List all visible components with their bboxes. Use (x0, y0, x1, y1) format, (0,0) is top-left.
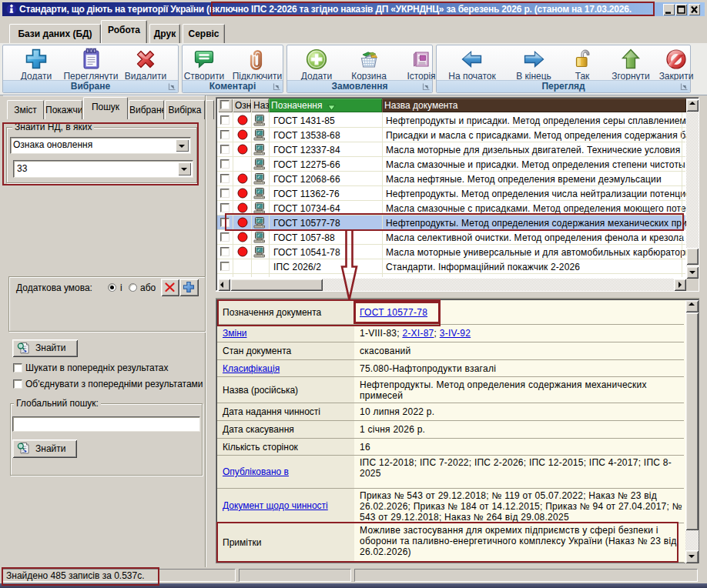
table-scroll-left-button[interactable] (218, 279, 230, 291)
table-scroll-down-button[interactable] (686, 266, 699, 279)
detail-value-link[interactable]: ГОСТ 10577-78 (360, 307, 427, 318)
launcher-icon[interactable] (680, 82, 689, 91)
row-checkbox[interactable] (220, 247, 230, 256)
detail-label-link[interactable]: Класифікація (223, 363, 280, 374)
sidebar-tab-pokazhchyk[interactable]: Покажчик (45, 100, 82, 119)
ribbon-button-переглянути-1[interactable]: Переглянути (55, 47, 126, 81)
find-button-label: Знайти (35, 342, 65, 353)
detail-vertical-scroll-thumb[interactable] (685, 312, 699, 530)
launcher-icon[interactable] (422, 82, 431, 91)
ribbon-button-додати-1[interactable]: Додати (12, 47, 60, 81)
ribbon-button-підключити-2[interactable]: Підключити (227, 47, 287, 81)
ribbon-button-в-кінець-4[interactable]: В кінець (508, 47, 559, 81)
ribbon-button-згорнути-4[interactable]: Згорнути (604, 47, 658, 81)
global-find-button-label: Знайти (35, 443, 65, 454)
remove-condition-button[interactable] (161, 279, 179, 296)
row-name: Присадки и масла с присадками. Метод опр… (386, 130, 687, 141)
table-row[interactable]: ГОСТ 1057-88Масла селективной очистки. М… (217, 230, 685, 245)
sidebar-tab-zmist[interactable]: Зміст (7, 100, 44, 119)
ribbon-button-корзина-3[interactable]: Корзина (343, 47, 394, 81)
global-search-input[interactable] (12, 416, 200, 432)
find-button[interactable]: Знайти (12, 339, 78, 357)
tab-druk[interactable]: Друк (149, 24, 180, 43)
row-checkbox[interactable] (220, 159, 230, 169)
radio-and[interactable] (108, 283, 116, 292)
row-checkbox[interactable] (220, 174, 230, 183)
table-row[interactable]: ГОСТ 10577-78Нефтепродукты. Метод опреде… (217, 215, 685, 230)
table-scroll-right-button[interactable] (674, 279, 686, 291)
row-checkbox[interactable] (220, 115, 230, 125)
table-row[interactable]: ГОСТ 12275-66Масла смазочные и присадки.… (217, 157, 685, 172)
ribbon-button-на-початок-4[interactable]: На початок (441, 47, 504, 81)
detail-label-link[interactable]: Опубліковано в (223, 466, 289, 477)
detail-row-value: 10 липня 2022 р. (354, 403, 684, 421)
table-scroll-up-button[interactable] (686, 99, 699, 112)
detail-value-link[interactable]: 3-IV-92 (440, 328, 471, 339)
row-checkbox[interactable] (220, 189, 230, 198)
table-row[interactable]: ГОСТ 10541-78Масла моторные универсальны… (217, 245, 685, 259)
ribbon-button-додати-3[interactable]: Додати (293, 47, 340, 81)
status-section-3 (354, 569, 698, 582)
row-checkbox[interactable] (220, 203, 230, 212)
tab-databases[interactable]: Бази даних (БД) (9, 24, 101, 43)
grid-header-doc[interactable]: Наз (251, 99, 269, 112)
sidebar-tab-clipped[interactable] (206, 100, 214, 119)
table-row[interactable]: ІПС 2026/2Стандарти. Інформаційний покаж… (217, 259, 685, 274)
panel-splitter[interactable] (206, 95, 216, 567)
detail-value-link[interactable]: 2-XI-87 (402, 328, 434, 339)
ribbon-button-створити-2[interactable]: Створити (177, 47, 231, 81)
row-checkbox[interactable] (220, 218, 230, 227)
app-icon (6, 4, 17, 15)
sidebar-tab-vybrane[interactable]: Вибране (129, 100, 164, 119)
table-row[interactable]: ГОСТ 1431-85Нефтепродукты и присадки. Ме… (217, 113, 685, 128)
table-row[interactable]: ГОСТ 12068-66Масла нефтяные. Метод опред… (217, 172, 685, 186)
detail-label-link[interactable]: Зміни (223, 328, 247, 339)
table-horizontal-scroll-thumb[interactable] (230, 279, 323, 291)
table-row[interactable]: ГОСТ 13538-68Присадки и масла с присадка… (217, 128, 685, 142)
row-checkbox[interactable] (220, 130, 230, 139)
detail-scroll-up-button[interactable] (685, 300, 699, 312)
status-found-text: Знайдено 485 записів за 0.537с. (6, 570, 145, 581)
maximize-button[interactable] (675, 4, 687, 15)
launcher-icon[interactable] (168, 82, 176, 91)
detail-label-link[interactable]: Документ щодо чинності (223, 500, 328, 511)
global-find-button[interactable]: Знайти (12, 439, 77, 458)
tab-robota[interactable]: Робота (101, 20, 147, 43)
grid-header-name[interactable]: Назва документа (382, 99, 686, 112)
search-field-combobox[interactable]: Ознака оновлення (10, 137, 191, 154)
grid-header-designation[interactable]: Позначення (269, 99, 382, 112)
ribbon-button-закрити-4[interactable]: Закрити (654, 47, 699, 81)
row-checkbox[interactable] (220, 145, 230, 154)
table-row[interactable]: ГОСТ 12337-84Масла моторные для дизельны… (217, 142, 685, 157)
detail-scroll-down-button[interactable] (685, 550, 699, 563)
ribbon-group-2: СтворитиПідключитиКоментарі (182, 45, 283, 93)
radio-and-label: і (120, 282, 122, 293)
search-field-dropdown-button[interactable] (176, 139, 189, 152)
sidebar-tab-poshuk[interactable]: Пошук (83, 97, 128, 119)
grid-header-mark[interactable]: Озн (233, 99, 251, 112)
computer-icon (253, 115, 266, 129)
row-checkbox[interactable] (220, 232, 230, 242)
detail-row-value: 75.080-Нафтопродукти взагалі (354, 360, 684, 377)
table-row[interactable]: ГОСТ 10734-64Масла смазочные с присадкам… (217, 201, 685, 215)
row-checkbox[interactable] (220, 262, 230, 271)
close-button[interactable] (689, 4, 700, 15)
table-row[interactable]: ГОСТ 11362-76Нефтепродукты. Метод опреде… (217, 186, 685, 201)
ribbon-button-так-4[interactable]: Так (565, 47, 599, 81)
radio-or[interactable] (129, 283, 137, 292)
ribbon-button-видалити-1[interactable]: Видалити (119, 47, 173, 81)
grid-header-checkbox[interactable] (218, 99, 233, 112)
search-value-dropdown-button[interactable] (178, 162, 191, 175)
search-value-combobox[interactable]: 33 (13, 160, 193, 178)
computer-icon (253, 232, 266, 246)
detail-row-label: Класифікація (217, 360, 354, 377)
sidebar-tab-vybirka[interactable]: Вибірка (165, 100, 205, 119)
launcher-icon[interactable] (273, 82, 281, 91)
add-condition-button[interactable] (179, 279, 199, 296)
grid-header-checkbox-box[interactable] (220, 100, 230, 109)
checkbox-join-previous[interactable] (13, 379, 22, 389)
table-vertical-scroll-thumb[interactable] (686, 248, 699, 265)
minimize-button[interactable] (663, 4, 675, 15)
checkbox-search-previous[interactable] (13, 363, 22, 373)
tab-servis[interactable]: Сервіс (183, 24, 225, 43)
